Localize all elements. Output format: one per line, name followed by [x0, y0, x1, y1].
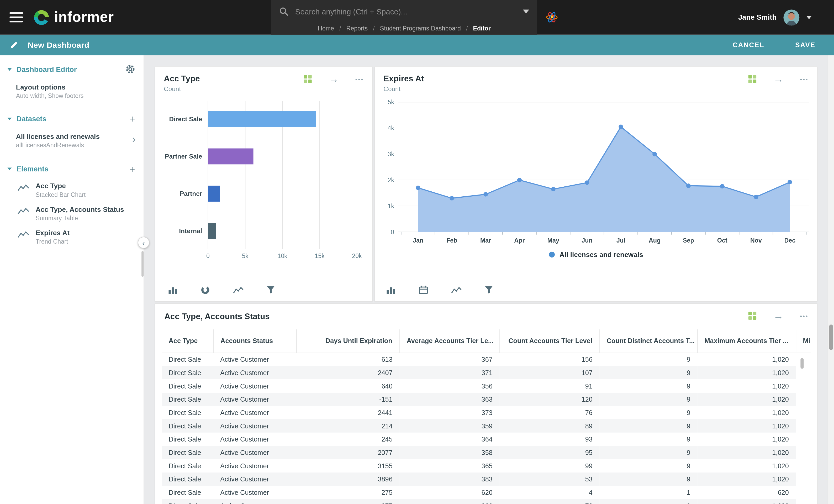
add-element-button[interactable]: +: [129, 163, 135, 174]
column-header[interactable]: Maximum Accounts Tier ...: [697, 329, 796, 353]
table-row[interactable]: Direct SaleActive Customer6403569191,020: [162, 379, 811, 393]
table-row[interactable]: Direct SaleActive Customer38963835391,02…: [162, 473, 811, 486]
column-header[interactable]: Count Accounts Tier Level: [499, 329, 599, 353]
column-header[interactable]: Average Accounts Tier Le...: [399, 329, 499, 353]
table-row[interactable]: Direct SaleActive Customer61336715691,02…: [162, 353, 811, 366]
summary-grid-icon[interactable]: [748, 311, 757, 320]
user-menu[interactable]: Jane Smith: [738, 0, 812, 35]
sidebar-collapse-button[interactable]: ‹: [138, 237, 150, 248]
avatar[interactable]: [783, 9, 799, 25]
page-scrollbar[interactable]: [828, 56, 834, 504]
bar[interactable]: [208, 148, 253, 164]
table-cell: 383: [399, 473, 499, 486]
data-point[interactable]: [686, 183, 691, 188]
element-item-expires-at[interactable]: Expires At Trend Chart: [0, 229, 144, 245]
column-header[interactable]: Count Distinct Accounts T...: [599, 329, 697, 353]
table-row[interactable]: Direct SaleActive Customer31553659991,02…: [162, 459, 811, 473]
chevron-down-icon[interactable]: [7, 167, 12, 170]
breadcrumb-reports[interactable]: Reports: [346, 25, 368, 31]
add-dataset-button[interactable]: +: [129, 114, 135, 124]
calendar-icon[interactable]: [419, 285, 428, 294]
search-bar[interactable]: [271, 0, 537, 23]
table-row[interactable]: Direct SaleActive Customer2453649391,020: [162, 433, 811, 446]
dashboard-editor-section-header[interactable]: Dashboard Editor: [0, 63, 144, 75]
acc-type-chart-card[interactable]: Acc Type Count → ••• 05k10k15k20kDirect …: [155, 66, 373, 302]
column-header[interactable]: Days Until Expiration: [296, 329, 399, 353]
more-options-icon[interactable]: •••: [355, 76, 364, 82]
donut-chart-icon[interactable]: [200, 285, 210, 294]
table-cell: 9: [599, 473, 697, 486]
data-point[interactable]: [788, 180, 792, 184]
menu-icon[interactable]: [9, 12, 23, 23]
bar-chart-icon[interactable]: [168, 285, 177, 294]
table-cell: 367: [399, 353, 499, 366]
table-cell: Direct Sale: [162, 486, 213, 499]
table-scrollbar[interactable]: [800, 358, 804, 369]
page-scrollbar-thumb[interactable]: [829, 325, 833, 350]
table-row[interactable]: Direct SaleActive Customer2143598991,020: [162, 419, 811, 433]
chevron-down-icon[interactable]: [7, 117, 12, 120]
column-header[interactable]: Acc Type: [162, 329, 213, 353]
bar[interactable]: [208, 111, 316, 127]
data-point[interactable]: [618, 125, 623, 129]
search-input[interactable]: [294, 6, 523, 16]
data-point[interactable]: [754, 195, 758, 199]
svg-text:Dec: Dec: [784, 237, 795, 244]
summary-table-card[interactable]: Acc Type, Accounts Status → ••• Acc Type…: [155, 303, 817, 504]
open-arrow-icon[interactable]: →: [329, 74, 339, 84]
layout-options-item[interactable]: Layout options Auto width, Show footers: [0, 83, 144, 99]
data-point[interactable]: [483, 192, 488, 197]
dataset-item[interactable]: All licenses and renewals allLicensesAnd…: [0, 133, 144, 149]
table-row[interactable]: Direct SaleActive Customer-15136312091,0…: [162, 393, 811, 406]
data-point[interactable]: [416, 185, 420, 190]
informer-logo[interactable]: informer: [34, 0, 114, 35]
table-cell: Active Customer: [213, 433, 296, 446]
table-row[interactable]: Direct SaleActive Customer20773589591,02…: [162, 446, 811, 459]
cancel-button[interactable]: CANCEL: [733, 41, 765, 49]
settings-gear-icon[interactable]: [126, 64, 135, 74]
column-header[interactable]: Accounts Status: [213, 329, 296, 353]
table-cell: 9: [599, 379, 697, 393]
datasets-section-header[interactable]: Datasets +: [0, 113, 144, 125]
filter-icon[interactable]: [266, 286, 275, 294]
data-point[interactable]: [652, 152, 657, 156]
breadcrumb-dashboard[interactable]: Student Programs Dashboard: [380, 25, 461, 31]
line-chart-icon[interactable]: [451, 286, 462, 294]
open-arrow-icon[interactable]: →: [773, 311, 784, 321]
table-cell: 1,020: [697, 459, 796, 473]
svg-text:3k: 3k: [388, 151, 394, 157]
chevron-down-icon[interactable]: [7, 68, 12, 70]
line-chart-icon[interactable]: [233, 286, 244, 294]
data-point[interactable]: [449, 196, 454, 200]
search-dropdown-caret-icon[interactable]: [523, 9, 529, 13]
element-item-summary-table[interactable]: Acc Type, Accounts Status Summary Table: [0, 205, 144, 221]
filter-icon[interactable]: [484, 286, 493, 294]
bar-chart-icon[interactable]: [386, 285, 395, 294]
summary-grid-icon[interactable]: [748, 74, 757, 84]
table-row[interactable]: Direct SaleActive Customer27562041620: [162, 486, 811, 499]
element-item-acc-type[interactable]: Acc Type Stacked Bar Chart: [0, 182, 144, 198]
chevron-right-icon[interactable]: ›: [132, 134, 136, 145]
data-point[interactable]: [720, 184, 725, 189]
expires-at-chart-card[interactable]: Expires At Count → ••• 01k2k3k4k5kJanFeb…: [374, 66, 817, 302]
data-point[interactable]: [517, 178, 522, 182]
save-button[interactable]: SAVE: [795, 41, 815, 49]
breadcrumb-editor[interactable]: Editor: [473, 25, 490, 31]
atom-icon[interactable]: [546, 11, 558, 24]
table-row[interactable]: Direct SaleActive Customer240737110791,0…: [162, 366, 811, 379]
column-header[interactable]: Mini: [796, 329, 811, 353]
more-options-icon[interactable]: •••: [800, 313, 809, 319]
data-point[interactable]: [551, 187, 555, 191]
table-row[interactable]: Direct SaleActive Customer2773607891,020: [162, 499, 811, 504]
table-row[interactable]: Direct SaleActive Customer24413737691,02…: [162, 406, 811, 419]
sidebar-scrollbar[interactable]: [141, 251, 144, 277]
bar[interactable]: [208, 185, 220, 202]
summary-grid-icon[interactable]: [303, 74, 312, 84]
open-arrow-icon[interactable]: →: [773, 74, 784, 84]
data-point[interactable]: [585, 180, 589, 185]
bar[interactable]: [208, 223, 216, 239]
table-cell: 1,020: [697, 433, 796, 446]
more-options-icon[interactable]: •••: [800, 76, 809, 82]
elements-section-header[interactable]: Elements +: [0, 163, 144, 175]
breadcrumb-home[interactable]: Home: [318, 25, 334, 31]
